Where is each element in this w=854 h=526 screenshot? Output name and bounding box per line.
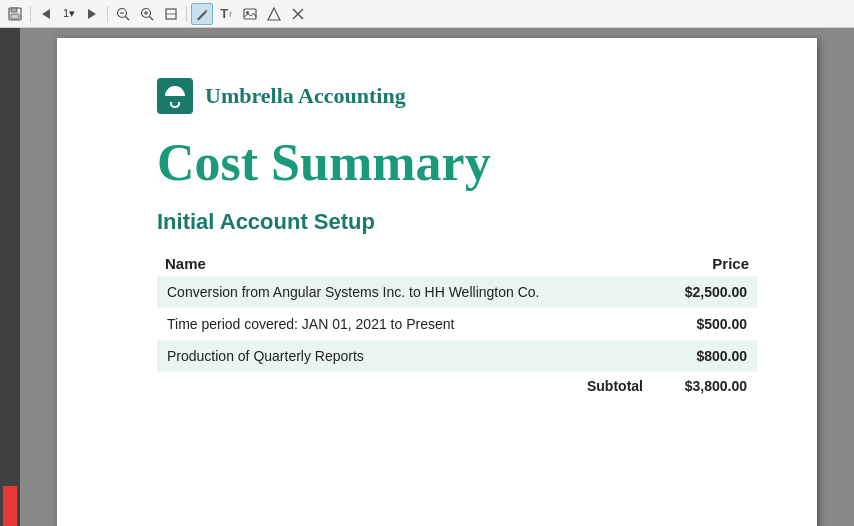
close-button[interactable] xyxy=(287,3,309,25)
row-name-cell: Time period covered: JAN 01, 2021 to Pre… xyxy=(157,308,653,340)
logo-area: Umbrella Accounting xyxy=(157,78,757,114)
svg-line-9 xyxy=(149,16,153,20)
name-column-header: Name xyxy=(157,251,653,276)
nav-next-button[interactable] xyxy=(81,3,103,25)
row-name-cell: Production of Quarterly Reports xyxy=(157,340,653,372)
svg-rect-1 xyxy=(11,8,17,12)
toolbar: 1▾ T r xyxy=(0,0,854,28)
text-button[interactable]: T r xyxy=(215,3,237,25)
text-icon: T xyxy=(220,6,228,21)
table-row: Production of Quarterly Reports$800.00 xyxy=(157,340,757,372)
table-header-row: Name Price xyxy=(157,251,757,276)
subtotal-label: Subtotal xyxy=(157,372,653,400)
svg-rect-2 xyxy=(11,14,19,19)
svg-line-6 xyxy=(125,16,129,20)
shapes-button[interactable] xyxy=(263,3,285,25)
svg-marker-16 xyxy=(268,8,280,20)
save-button[interactable] xyxy=(4,3,26,25)
separator-2 xyxy=(107,6,108,22)
table-row: Conversion from Angular Systems Inc. to … xyxy=(157,276,757,308)
pencil-button[interactable] xyxy=(191,3,213,25)
row-price-cell: $2,500.00 xyxy=(653,276,757,308)
sidebar-strip xyxy=(0,28,20,526)
main-area: Umbrella Accounting Cost Summary Initial… xyxy=(0,28,854,526)
svg-marker-4 xyxy=(88,9,96,19)
row-name-cell: Conversion from Angular Systems Inc. to … xyxy=(157,276,653,308)
fit-button[interactable] xyxy=(160,3,182,25)
image-button[interactable] xyxy=(239,3,261,25)
cost-summary-heading: Cost Summary xyxy=(157,134,757,191)
document-page: Umbrella Accounting Cost Summary Initial… xyxy=(57,38,817,526)
table-row: Time period covered: JAN 01, 2021 to Pre… xyxy=(157,308,757,340)
page-indicator[interactable]: 1▾ xyxy=(59,7,79,20)
zoom-out-button[interactable] xyxy=(112,3,134,25)
table-body: Conversion from Angular Systems Inc. to … xyxy=(157,276,757,372)
section-heading: Initial Account Setup xyxy=(157,209,757,235)
separator-1 xyxy=(30,6,31,22)
table-footer: Subtotal $3,800.00 xyxy=(157,372,757,400)
logo-text: Umbrella Accounting xyxy=(205,83,406,109)
row-price-cell: $800.00 xyxy=(653,340,757,372)
svg-point-15 xyxy=(246,11,249,14)
logo-icon xyxy=(157,78,193,114)
text-sub-icon: r xyxy=(229,9,232,19)
cost-table: Name Price Conversion from Angular Syste… xyxy=(157,251,757,400)
separator-3 xyxy=(186,6,187,22)
subtotal-row: Subtotal $3,800.00 xyxy=(157,372,757,400)
row-price-cell: $500.00 xyxy=(653,308,757,340)
nav-prev-button[interactable] xyxy=(35,3,57,25)
subtotal-value: $3,800.00 xyxy=(653,372,757,400)
svg-marker-3 xyxy=(42,9,50,19)
price-column-header: Price xyxy=(653,251,757,276)
red-marker xyxy=(3,486,17,526)
document-area[interactable]: Umbrella Accounting Cost Summary Initial… xyxy=(20,28,854,526)
zoom-in-button[interactable] xyxy=(136,3,158,25)
